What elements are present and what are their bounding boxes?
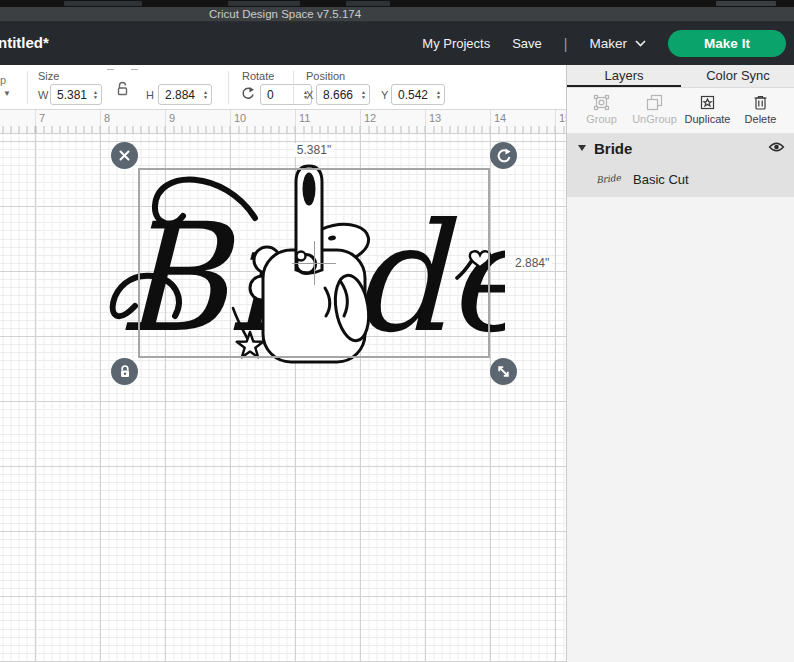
toolbar-divider bbox=[293, 71, 294, 104]
clipped-control-fragment[interactable]: p bbox=[0, 74, 6, 86]
position-x-value: 8.666 bbox=[323, 88, 357, 102]
save-link[interactable]: Save bbox=[512, 36, 542, 51]
position-y-label: Y bbox=[381, 89, 388, 101]
position-y-value: 0.542 bbox=[398, 88, 432, 102]
edit-toolbar: p ▼ Size W 5.381 ▲▼ H 2.884 ▲▼ Rotate 0 … bbox=[0, 65, 566, 110]
ruler-number: 10 bbox=[234, 112, 246, 124]
layer-item-basic-cut[interactable]: Bride Basic Cut bbox=[593, 165, 689, 193]
layer-actions: Group UnGroup Duplicate bbox=[567, 88, 794, 133]
ruler-ticks bbox=[0, 126, 566, 133]
machine-selector[interactable]: Maker bbox=[589, 36, 646, 51]
make-it-button[interactable]: Make It bbox=[668, 30, 786, 57]
selection-bounding-box[interactable] bbox=[138, 168, 490, 358]
trash-icon bbox=[753, 94, 768, 111]
ruler-number: 13 bbox=[429, 112, 441, 124]
width-input[interactable]: 5.381 ▲▼ bbox=[50, 84, 102, 105]
duplicate-icon bbox=[699, 94, 716, 111]
resize-handle[interactable] bbox=[490, 358, 517, 385]
chrome-smudge bbox=[228, 1, 300, 6]
rotate-icon[interactable] bbox=[240, 86, 255, 101]
ungroup-button[interactable]: UnGroup bbox=[628, 92, 681, 133]
rotate-value: 0 bbox=[267, 88, 299, 102]
window-titlebar: Cricut Design Space v7.5.174 bbox=[0, 7, 794, 22]
delete-button[interactable]: Delete bbox=[734, 92, 787, 133]
height-value: 2.884 bbox=[165, 88, 199, 102]
ruler-number: 8 bbox=[104, 112, 110, 124]
ruler-number: 14 bbox=[494, 112, 506, 124]
tab-color-sync[interactable]: Color Sync bbox=[681, 65, 794, 87]
group-button[interactable]: Group bbox=[575, 92, 628, 133]
clipped-control-caret[interactable]: ▼ bbox=[3, 89, 11, 98]
lock-icon bbox=[118, 364, 132, 379]
window-title: Cricut Design Space v7.5.174 bbox=[209, 8, 361, 20]
position-x-input[interactable]: 8.666 ▲▼ bbox=[316, 84, 370, 105]
ruler-number: 15 bbox=[559, 112, 566, 124]
document-title[interactable]: ntitled* bbox=[0, 34, 49, 51]
selection-width-label: 5.381" bbox=[294, 143, 334, 157]
chevron-down-icon bbox=[635, 40, 646, 47]
layer-group-name: Bride bbox=[594, 140, 632, 157]
ruler-number: 9 bbox=[169, 112, 175, 124]
deselect-handle[interactable] bbox=[111, 142, 138, 169]
group-label: Group bbox=[586, 113, 617, 125]
group-icon bbox=[593, 94, 610, 111]
resize-arrows-icon bbox=[496, 364, 511, 379]
lock-link-right bbox=[131, 69, 138, 74]
lock-handle[interactable] bbox=[111, 358, 138, 385]
layers-panel: Layers Color Sync Group bbox=[566, 65, 794, 662]
ungroup-icon bbox=[646, 94, 663, 111]
rotate-arrow-icon bbox=[496, 148, 511, 163]
chrome-smudge bbox=[346, 1, 390, 6]
cricut-design-space-window: Cricut Design Space v7.5.174 ntitled* My… bbox=[0, 0, 794, 662]
height-label: H bbox=[146, 89, 154, 101]
position-y-input[interactable]: 0.542 ▲▼ bbox=[391, 84, 445, 105]
tab-layers[interactable]: Layers bbox=[567, 65, 681, 87]
lock-link-left bbox=[107, 69, 114, 74]
rotate-section-label: Rotate bbox=[242, 70, 274, 82]
rotate-handle[interactable] bbox=[490, 142, 517, 169]
ungroup-label: UnGroup bbox=[632, 113, 677, 125]
chrome-smudge bbox=[716, 1, 776, 6]
position-y-stepper[interactable]: ▲▼ bbox=[436, 90, 441, 99]
header-actions: My Projects Save | Maker Make It bbox=[422, 22, 786, 65]
size-lock-icon[interactable] bbox=[116, 81, 129, 96]
app-header: ntitled* My Projects Save | Maker Make I… bbox=[0, 22, 794, 65]
my-projects-link[interactable]: My Projects bbox=[422, 36, 490, 51]
layer-group-row[interactable]: Bride bbox=[567, 133, 794, 163]
position-section-label: Position bbox=[306, 70, 345, 82]
panel-tabs: Layers Color Sync bbox=[567, 65, 794, 88]
duplicate-button[interactable]: Duplicate bbox=[681, 92, 734, 133]
width-value: 5.381 bbox=[57, 88, 89, 102]
toolbar-divider bbox=[27, 71, 28, 104]
ruler-number: 7 bbox=[39, 112, 45, 124]
ruler-number: 12 bbox=[364, 112, 376, 124]
eye-icon bbox=[768, 141, 785, 153]
visibility-toggle[interactable] bbox=[768, 141, 785, 156]
header-divider: | bbox=[564, 36, 568, 52]
selection-height-label: 2.884" bbox=[512, 256, 552, 270]
width-stepper[interactable]: ▲▼ bbox=[93, 90, 98, 99]
layer-thumbnail-text: Bride bbox=[595, 173, 621, 186]
close-icon bbox=[118, 149, 131, 162]
chrome-smudge bbox=[64, 1, 142, 6]
toolbar-divider bbox=[228, 71, 229, 104]
machine-selector-label: Maker bbox=[589, 36, 627, 51]
position-x-label: X bbox=[306, 89, 313, 101]
layer-group-block: Bride Bride Basic Cut bbox=[567, 133, 794, 197]
rotate-input[interactable]: 0 ▲▼ bbox=[260, 84, 312, 105]
ruler-number: 11 bbox=[299, 112, 310, 124]
height-stepper[interactable]: ▲▼ bbox=[203, 90, 208, 99]
layer-item-label: Basic Cut bbox=[633, 172, 689, 187]
horizontal-ruler: 789101112131415 bbox=[0, 110, 566, 134]
width-label: W bbox=[38, 89, 48, 101]
browser-chrome-strip bbox=[0, 0, 794, 7]
size-section-label: Size bbox=[38, 70, 59, 82]
design-canvas[interactable]: 789101112131415 Br de bbox=[0, 110, 566, 662]
delete-label: Delete bbox=[745, 113, 777, 125]
collapse-triangle-icon[interactable] bbox=[578, 145, 586, 151]
duplicate-label: Duplicate bbox=[685, 113, 731, 125]
layer-thumbnail: Bride bbox=[593, 168, 623, 190]
position-x-stepper[interactable]: ▲▼ bbox=[361, 90, 366, 99]
height-input[interactable]: 2.884 ▲▼ bbox=[158, 84, 212, 105]
